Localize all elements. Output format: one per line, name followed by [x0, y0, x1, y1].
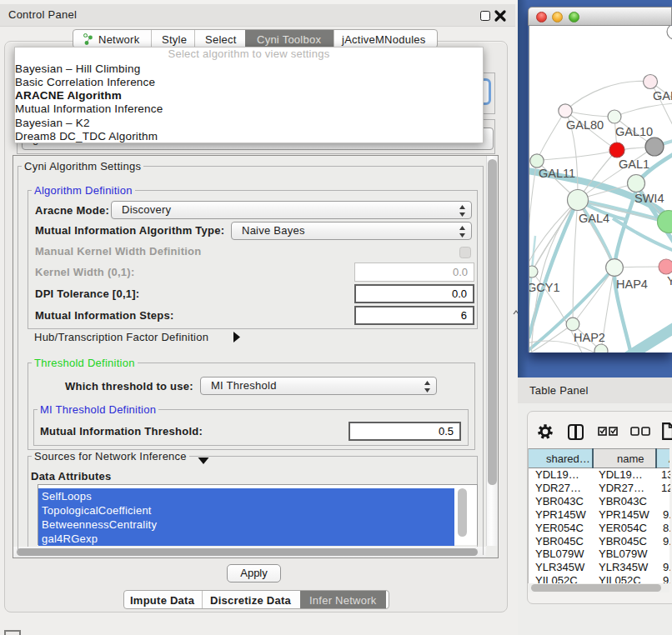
svg-text:GAL11: GAL11: [539, 167, 575, 180]
svg-text:HAP4: HAP4: [616, 278, 648, 291]
svg-text:Y: Y: [667, 274, 672, 288]
svg-text:GAL: GAL: [653, 89, 672, 102]
svg-text:GAL80: GAL80: [566, 118, 604, 132]
svg-text:HAP2: HAP2: [574, 331, 605, 344]
svg-text:GAL4: GAL4: [579, 212, 609, 225]
svg-text:GAL1: GAL1: [619, 158, 649, 171]
svg-text:SWI4: SWI4: [634, 192, 664, 205]
svg-text:GAL10: GAL10: [615, 125, 653, 138]
svg-text:GCY1: GCY1: [529, 281, 560, 294]
